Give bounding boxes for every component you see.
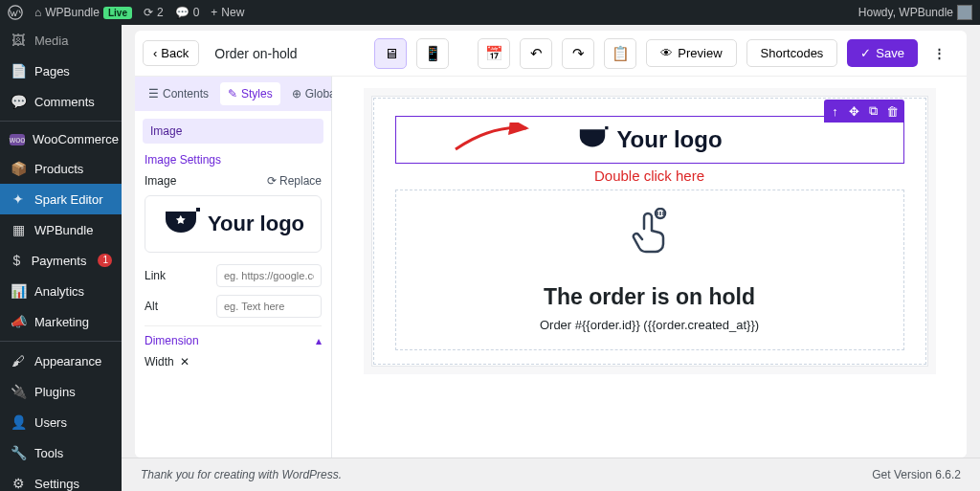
main-content: ‹Back Order on-hold 🖥 📱 📅 ↶ ↷ 📋 👁Preview… <box>122 25 980 491</box>
double-click-hint: Double click here <box>374 167 925 184</box>
styles-panel: ☰Contents ✎Styles ⊕Global Image Image Se… <box>135 77 332 458</box>
plugins-icon: 🔌 <box>10 383 27 400</box>
sidebar-item-products[interactable]: 📦Products <box>0 153 122 184</box>
copy-button[interactable]: 📋 <box>604 38 636 69</box>
shortcodes-label: Shortcodes <box>761 46 824 60</box>
redo-icon: ↷ <box>572 45 585 62</box>
close-icon[interactable]: ✕ <box>180 355 189 368</box>
body-block[interactable]: The order is on hold Order #{{order.id}}… <box>395 190 904 350</box>
undo-icon: ↶ <box>530 45 543 62</box>
comments-count: 0 <box>193 6 200 19</box>
sidebar-item-wpbundle[interactable]: ▦WPBundle <box>0 214 122 245</box>
sidebar-item-payments[interactable]: $Payments1 <box>0 245 122 276</box>
desktop-icon: 🖥 <box>384 45 398 61</box>
sidebar-label: Products <box>34 162 83 176</box>
live-badge: Live <box>103 7 132 19</box>
sidebar-item-marketing[interactable]: 📣Marketing <box>0 306 122 337</box>
sidebar-label: Plugins <box>34 385 76 399</box>
alt-input[interactable] <box>216 295 322 318</box>
image-preview[interactable]: Your logo <box>145 195 322 253</box>
sidebar-item-comments[interactable]: 💬Comments <box>0 86 122 117</box>
duplicate-icon[interactable]: ⧉ <box>865 102 882 120</box>
section-tag: Image <box>143 119 323 144</box>
logo-block[interactable]: ↑ ✥ ⧉ 🗑 Your logo <box>395 116 904 164</box>
sidebar-label: WooCommerce <box>33 132 119 146</box>
pages-icon: 📄 <box>10 62 27 79</box>
sidebar-item-users[interactable]: 👤Users <box>0 407 122 437</box>
order-subtitle: Order #{{order.id}} ({{order.created_at}… <box>396 318 903 332</box>
svg-rect-1 <box>196 208 200 212</box>
sidebar-item-plugins[interactable]: 🔌Plugins <box>0 376 122 407</box>
back-button[interactable]: ‹Back <box>143 40 199 66</box>
refresh-icon: ⟳ <box>267 174 277 188</box>
appearance-icon: 🖌 <box>10 352 27 369</box>
replace-button[interactable]: ⟳Replace <box>267 174 322 188</box>
desktop-view-button[interactable]: 🖥 <box>374 38 407 69</box>
new-label: New <box>221 6 244 19</box>
sidebar-item-media[interactable]: 🖼Media <box>0 25 122 56</box>
sidebar-label: Appearance <box>34 354 101 368</box>
sidebar-item-spark-editor[interactable]: ✦Spark Editor <box>0 184 122 214</box>
sidebar-label: Analytics <box>34 284 84 299</box>
link-input[interactable] <box>216 264 322 287</box>
save-button[interactable]: ✓Save <box>847 39 918 67</box>
sidebar-item-settings[interactable]: ⚙Settings <box>0 468 122 491</box>
alt-field-label: Alt <box>145 300 158 313</box>
wp-admin-bar: ⌂ WPBundle Live ⟳ 2 💬 0 + New Howdy, WPB… <box>0 0 980 25</box>
chevron-left-icon: ‹ <box>153 46 157 60</box>
sidebar-item-tools[interactable]: 🔧Tools <box>0 437 122 468</box>
media-icon: 🖼 <box>10 32 27 49</box>
tab-styles[interactable]: ✎Styles <box>220 82 280 105</box>
page-title: Order on-hold <box>214 46 297 61</box>
dimension-toggle[interactable]: Dimension ▴ <box>145 325 322 347</box>
footer-version[interactable]: Get Version 6.6.2 <box>872 468 961 481</box>
sidebar-label: Pages <box>34 64 70 78</box>
sidebar-label: Settings <box>34 477 79 491</box>
more-button[interactable]: ⋮ <box>927 42 951 64</box>
logo-icon <box>162 208 200 240</box>
shortcodes-button[interactable]: Shortcodes <box>746 39 838 67</box>
badge: 1 <box>98 254 112 267</box>
save-label: Save <box>876 46 904 60</box>
updates-count: 2 <box>157 6 164 19</box>
wp-logo[interactable] <box>8 5 23 20</box>
clipboard-icon: 📋 <box>612 45 630 62</box>
image-field-label: Image <box>145 174 176 188</box>
tab-contents[interactable]: ☰Contents <box>141 82 216 105</box>
sidebar-item-appearance[interactable]: 🖌Appearance <box>0 346 122 376</box>
logo-icon <box>576 126 609 153</box>
element-toolbar: ↑ ✥ ⧉ 🗑 <box>824 100 904 123</box>
mobile-view-button[interactable]: 📱 <box>416 38 449 69</box>
home-icon: ⌂ <box>34 6 41 19</box>
sidebar-label: Users <box>34 415 67 430</box>
tab-label: Contents <box>163 87 209 100</box>
delete-icon[interactable]: 🗑 <box>884 102 902 120</box>
settings-icon: ⚙ <box>10 475 27 491</box>
sidebar-item-pages[interactable]: 📄Pages <box>0 56 122 86</box>
marketing-icon: 📣 <box>10 313 27 330</box>
woocommerce-icon: woo <box>10 134 25 145</box>
site-link[interactable]: ⌂ WPBundle Live <box>34 6 132 19</box>
editor-canvas[interactable]: ↑ ✥ ⧉ 🗑 Your logo <box>332 77 967 458</box>
new-link[interactable]: + New <box>211 6 244 19</box>
comments-icon: 💬 <box>10 93 27 110</box>
howdy-link[interactable]: Howdy, WPBundle <box>858 5 972 20</box>
sidebar-item-woocommerce[interactable]: wooWooCommerce <box>0 125 122 153</box>
width-label: Width <box>145 355 174 368</box>
products-icon: 📦 <box>10 160 27 177</box>
history-button[interactable]: 📅 <box>478 38 510 69</box>
drag-icon[interactable]: ✥ <box>846 102 863 120</box>
undo-button[interactable]: ↶ <box>520 38 552 69</box>
sidebar-label: Tools <box>34 446 63 460</box>
preview-button[interactable]: 👁Preview <box>646 39 736 67</box>
redo-button[interactable]: ↷ <box>562 38 594 69</box>
eye-icon: 👁 <box>660 46 673 60</box>
move-up-icon[interactable]: ↑ <box>827 102 844 120</box>
comment-icon: 💬 <box>175 6 189 19</box>
updates-link[interactable]: ⟳ 2 <box>144 6 164 19</box>
site-name: WPBundle <box>45 6 100 19</box>
mobile-icon: 📱 <box>424 45 442 62</box>
tools-icon: 🔧 <box>10 444 27 461</box>
comments-link[interactable]: 💬 0 <box>175 6 200 19</box>
sidebar-item-analytics[interactable]: 📊Analytics <box>0 276 122 306</box>
